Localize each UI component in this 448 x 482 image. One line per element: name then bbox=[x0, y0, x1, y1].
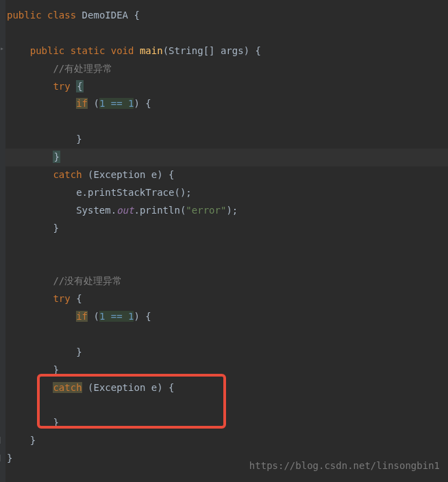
gutter-marker-icon: ▸ bbox=[0, 42, 5, 52]
code-line: System.out.println("error"); bbox=[7, 202, 448, 220]
keyword-if: if bbox=[76, 98, 88, 109]
method-call: println bbox=[140, 205, 180, 216]
code-line: } bbox=[7, 131, 448, 149]
code-line-current: } bbox=[0, 149, 448, 166]
paren: ( bbox=[88, 311, 99, 322]
brace-matched: } bbox=[53, 151, 60, 163]
paren: ) { bbox=[134, 98, 151, 109]
editor-gutter: ▸ ⎸ ⎸ bbox=[0, 0, 5, 482]
brace: { bbox=[71, 293, 82, 304]
brace: } bbox=[76, 346, 82, 357]
keyword-class: class bbox=[47, 10, 76, 21]
code-line: } bbox=[7, 432, 448, 450]
code-line: catch (Exception e) { bbox=[7, 166, 448, 184]
code-line bbox=[7, 238, 448, 255]
brace: } bbox=[53, 223, 58, 233]
keyword-public: public bbox=[30, 45, 65, 56]
code-line bbox=[7, 326, 448, 344]
comment: //有处理异常 bbox=[53, 63, 112, 74]
condition: 1 == 1 bbox=[99, 98, 134, 109]
code-line: public class DemoIDEA { bbox=[7, 7, 448, 25]
code-line: e.printStackTrace(); bbox=[7, 184, 448, 202]
brace: { bbox=[128, 10, 140, 21]
brace: } bbox=[7, 453, 12, 464]
method-name: main bbox=[140, 45, 163, 56]
keyword-if: if bbox=[76, 311, 88, 322]
punct: . bbox=[134, 205, 139, 216]
code-line: if (1 == 1) { bbox=[7, 308, 448, 326]
keyword-try: try bbox=[53, 81, 70, 92]
code-line: //有处理异常 bbox=[7, 60, 448, 78]
brace: } bbox=[76, 134, 82, 144]
keyword-public: public bbox=[7, 10, 42, 21]
gutter-marker-icon: ⎸ bbox=[0, 434, 5, 444]
condition: 1 == 1 bbox=[99, 311, 134, 322]
params: (String[] args) { bbox=[163, 45, 261, 56]
code-line: public static void main(String[] args) { bbox=[7, 42, 448, 60]
method-call: printStackTrace bbox=[88, 187, 174, 198]
code-line bbox=[7, 25, 448, 42]
keyword-static: static bbox=[71, 45, 105, 56]
keyword-catch: catch bbox=[53, 169, 82, 180]
code-line: //没有处理异常 bbox=[7, 272, 448, 290]
brace-matched: { bbox=[76, 80, 83, 92]
punct: ); bbox=[226, 205, 238, 216]
comment: //没有处理异常 bbox=[53, 275, 122, 286]
field-ref: out bbox=[116, 205, 134, 216]
keyword-try: try bbox=[53, 293, 70, 304]
watermark-text: https://blog.csdn.net/linsongbin1 bbox=[249, 457, 440, 475]
paren: ) { bbox=[134, 311, 151, 322]
code-line: } bbox=[7, 220, 448, 238]
code-line bbox=[7, 255, 448, 272]
brace: } bbox=[30, 435, 36, 446]
annotation-box bbox=[37, 374, 226, 429]
var-ref: e. bbox=[76, 187, 88, 198]
code-line bbox=[7, 113, 448, 131]
paren: ( bbox=[88, 98, 99, 109]
string-literal: "error" bbox=[186, 205, 226, 216]
params: (Exception e) { bbox=[82, 169, 175, 180]
code-line: try { bbox=[7, 78, 448, 96]
code-line: if (1 == 1) { bbox=[7, 95, 448, 113]
gutter-marker-icon: ⎸ bbox=[0, 452, 5, 461]
code-line: try { bbox=[7, 290, 448, 308]
code-line: } bbox=[7, 344, 448, 362]
keyword-void: void bbox=[111, 45, 134, 56]
class-ref: System. bbox=[76, 205, 116, 216]
class-name: DemoIDEA bbox=[82, 10, 128, 21]
punct: (); bbox=[174, 187, 191, 198]
